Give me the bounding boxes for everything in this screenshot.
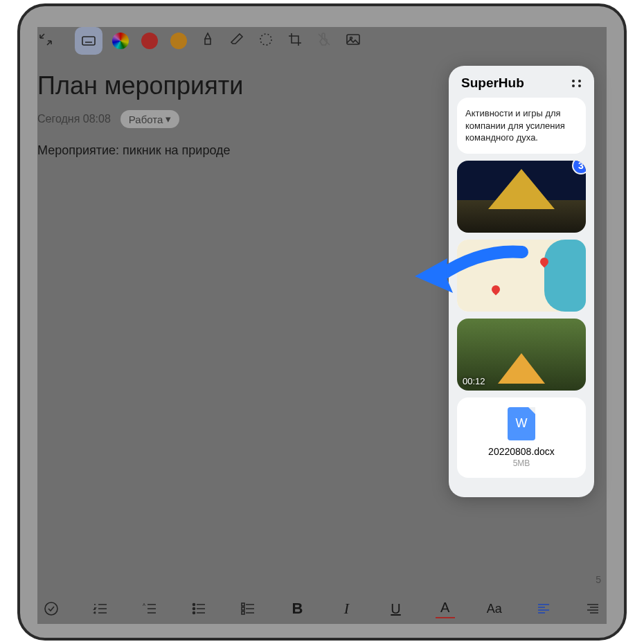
align-left-button[interactable] [534,599,553,618]
svg-rect-9 [242,603,244,606]
svg-point-6 [193,604,195,606]
svg-point-1 [260,34,271,45]
notes-app-screen: План мероприяти Сегодня 08:08 Работа ▾ М… [37,27,607,624]
svg-point-4 [45,602,57,615]
superhub-file-card[interactable]: W 20220808.docx 5MB [457,397,586,478]
docx-icon: W [508,407,535,440]
tablet-frame: План мероприяти Сегодня 08:08 Работа ▾ М… [17,3,627,641]
underline-button[interactable]: U [386,599,406,618]
drawing-toolbar [112,31,361,51]
collapse-icon[interactable] [37,31,57,51]
finger-draw-icon[interactable] [316,31,332,51]
font-button[interactable]: Aa [485,599,504,618]
top-toolbar [37,27,607,55]
color-red[interactable] [141,33,158,49]
color-yellow[interactable] [170,33,187,49]
image-icon[interactable] [345,31,361,51]
list-lettered-icon[interactable]: A [140,599,159,618]
note-timestamp: Сегодня 08:08 [37,113,111,125]
drag-handle-icon[interactable] [572,80,582,87]
file-name: 20220808.docx [463,446,580,457]
superhub-title: SuperHub [461,75,524,91]
list-numbered-icon[interactable] [91,599,110,618]
file-size: 5MB [463,458,580,468]
format-toolbar: A B I U A Aa [37,599,607,618]
svg-rect-10 [242,607,244,610]
superhub-image-stack[interactable]: 3 [457,161,586,233]
checklist-icon[interactable] [42,599,61,618]
svg-point-7 [193,608,195,610]
superhub-video-card[interactable]: 00:12 [457,319,586,391]
text-color-button[interactable]: A [436,599,455,618]
svg-text:A: A [143,602,145,607]
list-check-icon[interactable] [238,599,258,618]
svg-rect-0 [82,37,95,45]
note-tag[interactable]: Работа ▾ [120,110,180,128]
svg-point-8 [193,612,195,614]
align-more-button[interactable] [583,599,602,618]
italic-button[interactable]: I [337,599,356,618]
color-picker-icon[interactable] [112,33,129,49]
list-bullet-icon[interactable] [189,599,208,618]
video-duration: 00:12 [463,376,485,386]
lasso-icon[interactable] [258,31,274,51]
superhub-text-card[interactable]: Активности и игры для компании для усиле… [457,98,586,154]
eraser-icon[interactable] [229,31,245,51]
crop-icon[interactable] [287,31,303,51]
chevron-down-icon: ▾ [166,113,171,125]
highlighter-icon[interactable] [199,31,216,51]
drag-arrow-annotation [404,242,529,307]
bold-button[interactable]: B [287,599,307,618]
svg-rect-11 [242,611,244,614]
page-number: 5 [596,574,601,585]
keyboard-tool[interactable] [75,27,102,55]
